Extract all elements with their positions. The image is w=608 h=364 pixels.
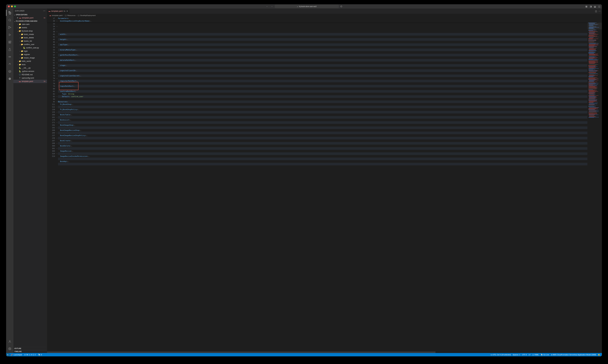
folder-row[interactable]: ›📁tests [13, 63, 47, 66]
more-icon[interactable]: ⋯ [598, 10, 601, 12]
svg-point-3 [10, 27, 11, 28]
fold-gutter[interactable]: ››››››››››››››››››››››› [56, 17, 58, 351]
open-editor-row[interactable]: ✕ ▬ template.yaml 9+ [13, 16, 47, 20]
toml-icon: T [19, 77, 21, 79]
copilot-icon[interactable]: ⌬ [340, 5, 342, 8]
toggle-panel-icon[interactable]: ◨ [589, 5, 592, 8]
tree-twistie[interactable]: › [17, 64, 19, 65]
tree-twistie[interactable]: › [17, 24, 19, 25]
horizontal-scrollbar[interactable] [47, 351, 602, 353]
breadcrumb-item[interactable]: template.yaml [52, 14, 63, 16]
tree-twistie[interactable]: › [19, 37, 21, 39]
folder-row[interactable]: ⌄📂fcj-book-shop [13, 29, 47, 33]
nav-back-button[interactable]: ← [266, 5, 269, 8]
extensions-view-icon[interactable] [6, 39, 13, 45]
nav-forward-button[interactable]: → [270, 5, 273, 8]
workspace-section[interactable]: ⌄ FCJ-BOOK-STORE-SAM-WS3 [13, 20, 47, 23]
explorer-more-icon[interactable]: ⋯ [43, 10, 46, 12]
folder-row[interactable]: ›📁events [13, 26, 47, 29]
breadcrumb[interactable]: ▬ template.yaml › { } Resources › { } Bo… [47, 14, 602, 17]
svg-point-1 [9, 26, 9, 27]
tree-twistie[interactable]: › [17, 61, 19, 62]
settings-icon[interactable] [6, 346, 13, 352]
svg-rect-4 [9, 41, 10, 42]
testing-view-icon[interactable] [6, 46, 13, 52]
tab-close-icon[interactable]: ✕ [66, 10, 68, 12]
search-view-icon[interactable] [6, 17, 13, 23]
folder-row[interactable]: ›📁books_list [13, 39, 47, 43]
open-editors-section[interactable]: ⌄ OPEN EDITORS [13, 13, 47, 16]
toggle-sidebar-icon[interactable]: ◫ [598, 5, 600, 8]
layout-grid-icon[interactable]: ▦ [585, 5, 588, 8]
tree-twistie[interactable]: › [19, 34, 21, 35]
cursor-position[interactable]: Ln 375, Col 3 (18 selected) [491, 354, 511, 356]
folder-row[interactable]: ⌄📂confirm_user [13, 43, 47, 46]
folder-row[interactable]: ›📁book_create [13, 33, 47, 36]
command-center-search[interactable]: ⌕ fcj-book-store-sam-ws3 [275, 5, 339, 8]
remote-indicator[interactable]: ⎘ [6, 353, 10, 356]
folder-row[interactable]: ›📁resize_image [13, 56, 47, 60]
sq-view-icon[interactable] [6, 61, 13, 67]
tree-twistie[interactable]: › [19, 54, 21, 55]
explorer-header: EXPLORER ⋯ [13, 9, 47, 13]
close-window-button[interactable] [8, 5, 10, 7]
file-row[interactable]: Tsamconfig.toml [13, 76, 47, 80]
run-view-icon[interactable] [6, 32, 13, 38]
aws-view-icon[interactable] [6, 68, 13, 75]
eol-status[interactable]: LF [529, 354, 530, 356]
folder-row[interactable]: ›📁book_delete [13, 36, 47, 39]
go-live-status[interactable]: 📡 Go Live [541, 354, 549, 356]
brace-icon: { } [78, 14, 79, 16]
folder-icon: 📁 [21, 40, 23, 42]
outline-section[interactable]: › OUTLINE [13, 347, 47, 350]
py-icon: 🐍 [19, 70, 21, 72]
scrollbar-thumb[interactable] [47, 351, 436, 353]
ports-status[interactable]: 📡 0 [37, 353, 43, 356]
tree-twistie[interactable]: ⌄ [17, 30, 19, 32]
toggle-bottom-icon[interactable]: ⬓ [594, 5, 596, 8]
code-editor[interactable]: 1730 › Parameters: bookImageResizeShopBu… [47, 17, 602, 351]
tree-twistie[interactable]: › [19, 40, 21, 42]
file-row[interactable]: ▬template.yaml9+ [13, 80, 47, 83]
sam-status[interactable]: ⊘ AWS CloudFormation Serverless Applicat… [551, 354, 596, 356]
minimap[interactable] [587, 17, 602, 351]
folder-row[interactable]: ›📁hello_world [13, 60, 47, 63]
code-content[interactable]: width:… height:… apiType:… binaryMediaTy… [58, 17, 587, 351]
language-status[interactable]: { } YAML [532, 354, 539, 356]
breadcrumb-item[interactable]: Resources [67, 14, 76, 16]
breadcrumb-item[interactable]: BookApiDeployment [80, 14, 96, 16]
close-icon[interactable]: ✕ [17, 17, 18, 19]
tree-twistie[interactable]: › [19, 50, 21, 52]
tree-twistie[interactable]: ⌄ [19, 44, 21, 45]
split-editor-icon[interactable]: ◫ [595, 10, 597, 12]
folder-o-icon: 📂 [19, 30, 21, 32]
timeline-section[interactable]: › TIMELINE [13, 350, 47, 353]
breadcrumb-sep: › [63, 14, 64, 16]
tree-twistie[interactable]: › [19, 57, 21, 59]
launchpad-status[interactable]: 🚀 Launchpad [10, 353, 23, 356]
diagnostics-status[interactable]: ⊘ 99 ⚠ 0 ⓘ 2 [23, 353, 37, 356]
encoding-status[interactable]: UTF-8 [522, 354, 527, 356]
scm-view-icon[interactable] [6, 25, 13, 30]
folder-row[interactable]: ›📁register [13, 53, 47, 56]
file-row[interactable]: 🐍__init__.py [13, 66, 47, 70]
tab-label: template.yaml [51, 10, 63, 12]
live-view-icon[interactable] [6, 54, 13, 60]
tree-item-label: README.md [22, 74, 33, 76]
sticky-scroll[interactable]: 1730 › Parameters: bookImageResizeShopBu… [47, 17, 602, 22]
tree-twistie[interactable]: › [17, 27, 19, 28]
tab-template-yaml[interactable]: ▬ template.yaml 9+ ✕ [47, 9, 70, 14]
accounts-icon[interactable] [6, 338, 13, 344]
folder-row[interactable]: ›📁login [13, 50, 47, 53]
maximize-window-button[interactable] [14, 5, 16, 7]
file-row[interactable]: 🐍confirm_user.py [13, 46, 47, 50]
folder-row[interactable]: ›📁.aws-sam [13, 23, 47, 26]
bell-icon[interactable]: 🔔 [598, 354, 600, 356]
file-row[interactable]: 🐍.python-version [13, 70, 47, 73]
docker-view-icon[interactable] [6, 76, 13, 82]
indentation-status[interactable]: Spaces: 2 [513, 354, 520, 356]
file-row[interactable]: ⓘREADME.md [13, 73, 47, 76]
explorer-view-icon[interactable] [6, 10, 13, 16]
minimize-window-button[interactable] [11, 5, 13, 7]
chevron-down-icon: ⌄ [14, 20, 15, 22]
